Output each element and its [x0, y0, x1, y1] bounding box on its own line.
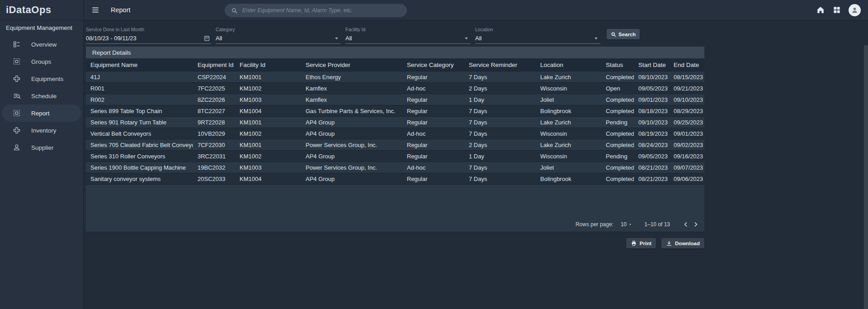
- hamburger-menu-icon[interactable]: [91, 5, 100, 14]
- table-cell: Completed: [601, 139, 634, 150]
- table-cell: 09/10/2023: [634, 117, 669, 128]
- report-icon: [13, 109, 21, 117]
- filter-category[interactable]: CategoryAll: [216, 27, 341, 44]
- sidebar-item-label: Inventory: [31, 127, 57, 134]
- table-cell: KM1001: [235, 71, 301, 82]
- table-header-row: Equipment NameEquipment IdFacility IdSer…: [86, 58, 704, 71]
- table-cell: Regular: [402, 105, 464, 116]
- table-cell: Joliet: [536, 94, 601, 105]
- table-cell: AP4 Group: [301, 173, 402, 184]
- filter-label: Location: [475, 27, 600, 32]
- table-cell: Completed: [601, 173, 634, 184]
- home-icon[interactable]: [816, 5, 825, 14]
- table-cell: Lake Zurich: [536, 71, 601, 82]
- table-cell: Regular: [402, 117, 464, 128]
- table-cell: 7 Days: [464, 173, 536, 184]
- sidebar-item-supplier[interactable]: Supplier: [2, 139, 81, 156]
- table-cell: KM1003: [235, 94, 301, 105]
- column-header-service-reminder: Service Reminder: [464, 58, 536, 71]
- table-cell: Power Services Group, Inc.: [301, 162, 402, 173]
- filter-value-field[interactable]: All: [345, 32, 471, 44]
- previous-page-button[interactable]: [681, 219, 691, 229]
- sidebar-item-inventory[interactable]: Inventory: [2, 122, 81, 139]
- sidebar-item-label: Report: [31, 110, 50, 117]
- filter-value-field[interactable]: 08/10/23 - 09/11/23: [86, 32, 211, 44]
- table-cell: Kamflex: [301, 83, 402, 94]
- sidebar-item-overview[interactable]: Overview: [2, 36, 81, 53]
- download-icon: [666, 240, 672, 247]
- table-cell: Completed: [601, 94, 634, 105]
- user-avatar[interactable]: [849, 4, 861, 16]
- table-cell: KM1002: [235, 83, 301, 94]
- table-cell: KM1001: [235, 117, 301, 128]
- column-header-service-provider: Service Provider: [301, 58, 402, 71]
- download-button[interactable]: Download: [661, 238, 704, 248]
- table-cell: Series 1900 Bottle Capping Machine: [86, 162, 193, 173]
- sidebar-item-label: Groups: [31, 58, 51, 65]
- table-cell: Wisconsin: [536, 83, 601, 94]
- search-input[interactable]: [242, 7, 401, 14]
- filter-service-done-in-last-month[interactable]: Service Done in Last Month08/10/23 - 09/…: [86, 27, 211, 44]
- table-cell: 3RC22031: [193, 151, 235, 162]
- sidebar-item-schedule[interactable]: Schedule: [2, 87, 81, 105]
- sidebar-item-label: Schedule: [31, 93, 57, 100]
- download-label: Download: [675, 241, 700, 246]
- filter-value-field[interactable]: All: [216, 32, 341, 44]
- filter-location[interactable]: LocationAll: [475, 27, 600, 44]
- chevron-left-icon: [682, 221, 689, 228]
- dropdown-icon[interactable]: [333, 35, 340, 42]
- topbar-right: [816, 4, 861, 16]
- dropdown-icon[interactable]: [593, 35, 599, 42]
- table-cell: Series 705 Cleated Fabric Belt Conveyor: [86, 139, 193, 150]
- table-cell: 09/25/2023: [669, 117, 704, 128]
- dropdown-icon[interactable]: [463, 35, 470, 42]
- filter-value-field[interactable]: All: [475, 32, 600, 44]
- filter-search-button[interactable]: Search: [607, 29, 640, 39]
- print-button[interactable]: Print: [626, 238, 656, 248]
- sidebar-item-groups[interactable]: Groups: [2, 53, 81, 70]
- table-cell: Kamflex: [301, 94, 402, 105]
- pagination: Rows per page: 10 1–10 of 13: [576, 219, 701, 229]
- table-cell: Ad-hoc: [402, 83, 464, 94]
- table-cell: Joliet: [536, 162, 601, 173]
- schedule-icon: [13, 92, 21, 100]
- sidebar-item-label: Overview: [31, 41, 57, 48]
- table-cell: 41J: [86, 71, 193, 82]
- apps-grid-icon[interactable]: [832, 5, 841, 14]
- table-cell: 10VB2029: [193, 128, 235, 139]
- filter-facility-id[interactable]: Facility IdAll: [345, 27, 471, 44]
- sidebar-item-equipments[interactable]: Equipments: [2, 70, 81, 87]
- card-footer-area: Rows per page: 10 1–10 of 13: [86, 185, 704, 232]
- rows-per-page-select[interactable]: 10: [621, 221, 632, 228]
- vertical-scrollbar[interactable]: [864, 45, 868, 309]
- next-page-button[interactable]: [691, 219, 701, 229]
- column-header-start-date: Start Date: [634, 58, 669, 71]
- column-header-facility-id: Facility Id: [235, 58, 301, 71]
- brand-logo[interactable]: iDataOps: [0, 0, 83, 20]
- calendar-icon[interactable]: [203, 35, 210, 42]
- filter-value: All: [345, 35, 352, 42]
- table-cell: Regular: [402, 71, 464, 82]
- table-cell: 08/24/2023: [634, 139, 669, 150]
- table-cell: 09/07/2023: [669, 162, 704, 173]
- table-cell: Pending: [601, 117, 634, 128]
- table-cell: 7 Days: [464, 105, 536, 116]
- content: Search Service Done in Last Month08/10/2…: [84, 20, 868, 248]
- table-cell: Completed: [601, 128, 634, 139]
- person-icon: [851, 6, 859, 14]
- table-cell: Completed: [601, 71, 634, 82]
- table-cell: 09/01/2023: [669, 128, 704, 139]
- main-area: Report Sear: [84, 0, 868, 309]
- global-search: [225, 4, 407, 17]
- filter-value: 08/10/23 - 09/11/23: [86, 35, 137, 42]
- table-cell: 20SC2033: [193, 173, 235, 184]
- table-cell: Series 899 Table Top Chain: [86, 105, 193, 116]
- table-cell: 1 Day: [464, 94, 536, 105]
- table-cell: Lake Zurich: [536, 117, 601, 128]
- table-cell: Series 901 Rotary Turn Table: [86, 117, 193, 128]
- caret-down-icon: [628, 222, 632, 227]
- sidebar-item-report[interactable]: Report: [2, 105, 81, 122]
- sidebar-item-label: Equipments: [31, 76, 63, 82]
- table-cell: Series 310 Roller Conveyors: [86, 151, 193, 162]
- column-header-service-category: Service Category: [402, 58, 464, 71]
